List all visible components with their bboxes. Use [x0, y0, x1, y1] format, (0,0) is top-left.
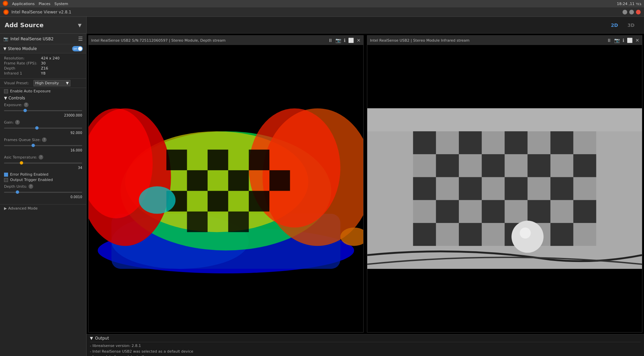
fullscreen-icon[interactable]: ⬜	[348, 38, 354, 43]
pause-icon[interactable]: ⏸	[328, 38, 333, 43]
ir-fullscreen-icon[interactable]: ⬜	[627, 38, 633, 43]
infrared-value: Y8	[41, 71, 46, 76]
ir-info-icon[interactable]: ℹ	[623, 38, 624, 43]
places-menu[interactable]: Places	[39, 2, 50, 6]
asic-temp-value: 34	[4, 166, 82, 170]
frames-queue-control: Frames Queue Size: ? 16.000	[4, 137, 82, 152]
minimize-button[interactable]	[623, 10, 627, 14]
frames-queue-thumb[interactable]	[32, 144, 35, 147]
preset-dropdown[interactable]: High Density ▼	[34, 80, 70, 86]
stereo-module-header[interactable]: ▼ Stereo Module on	[0, 44, 86, 53]
window-controls	[623, 10, 641, 14]
svg-rect-31	[482, 154, 504, 177]
fps-label: Frame Rate (FPS):	[4, 61, 41, 65]
svg-rect-28	[505, 131, 528, 154]
system-bar-right: 18:24 ,11 בנד	[617, 2, 641, 6]
add-source-label: Add Source	[5, 21, 44, 29]
ir-close-stream-icon[interactable]: ✕	[635, 38, 639, 43]
app-title: Intel RealSense Viewer v2.8.1	[11, 10, 71, 14]
top-toolbar: 2D 3D	[87, 17, 644, 34]
exposure-thumb[interactable]	[23, 109, 27, 112]
ir-pause-icon[interactable]: ⏸	[607, 38, 611, 43]
gain-label-row: Gain: ?	[4, 120, 82, 125]
svg-rect-42	[413, 223, 436, 246]
add-source-arrow[interactable]: ▼	[78, 23, 82, 28]
svg-rect-33	[573, 154, 596, 177]
depth-units-label: Depth Units:	[4, 184, 27, 189]
depth-units-thumb[interactable]	[16, 190, 19, 194]
depth-units-label-row: Depth Units: ?	[4, 184, 82, 189]
frames-queue-help[interactable]: ?	[42, 137, 47, 142]
close-stream-icon[interactable]: ✕	[357, 38, 361, 43]
output-line-2: - Intel RealSense USB2 was selected as a…	[90, 349, 641, 355]
output-lines: - librealsense version: 2.8.1 - Intel Re…	[90, 342, 641, 356]
stereo-module-toggle[interactable]: on	[72, 46, 83, 51]
depth-stream-content	[89, 45, 363, 332]
ir-camera-snap-icon[interactable]: 📷	[614, 38, 620, 43]
applications-menu[interactable]: Applications	[12, 2, 35, 6]
maximize-button[interactable]	[629, 10, 634, 14]
depth-label: Depth	[4, 66, 41, 71]
depth-stream-panel: Intel RealSense USB2 S/N:725112060597 | …	[88, 35, 364, 332]
gain-value: 92.000	[4, 131, 82, 135]
output-trigger-checkbox[interactable]	[4, 178, 8, 182]
depth-units-help[interactable]: ?	[29, 184, 33, 189]
svg-rect-11	[208, 149, 228, 170]
hamburger-menu[interactable]: ☰	[78, 36, 83, 42]
exposure-track	[4, 110, 82, 111]
preset-value: High Density	[35, 81, 59, 85]
output-panel: ▼ Output - librealsense version: 2.8.1 -…	[87, 334, 644, 356]
depth-visualization	[89, 45, 363, 332]
ir-stream-header: Intel RealSense USB2 | Stereo Module Inf…	[367, 36, 642, 45]
advanced-mode[interactable]: ▶ Advanced Mode	[0, 204, 86, 212]
output-header[interactable]: ▼ Output	[90, 335, 641, 342]
svg-rect-36	[505, 177, 528, 200]
output-title: Output	[95, 336, 109, 341]
info-icon[interactable]: ℹ	[344, 38, 345, 43]
exposure-label: Exposure:	[4, 103, 22, 107]
svg-point-22	[139, 186, 175, 214]
svg-rect-37	[550, 177, 573, 200]
exposure-slider[interactable]	[4, 108, 82, 113]
svg-rect-30	[436, 154, 459, 177]
advanced-mode-label: Advanced Mode	[8, 206, 38, 211]
ir-visualization	[367, 45, 642, 332]
depth-units-slider[interactable]	[4, 189, 82, 195]
svg-rect-40	[528, 200, 550, 223]
device-name-text: Intel RealSense USB2	[10, 37, 54, 41]
gain-slider[interactable]	[4, 125, 82, 131]
firefox-icon	[3, 1, 8, 7]
system-menu[interactable]: System	[54, 2, 68, 6]
auto-exposure-checkbox[interactable]	[4, 89, 8, 93]
sidebar: Add Source ▼ 📷 Intel RealSense USB2 ☰ ▼ …	[0, 17, 87, 356]
exposure-help[interactable]: ?	[24, 102, 29, 107]
add-source-bar[interactable]: Add Source ▼	[0, 17, 86, 34]
asic-temp-control: Asic Temperature: ? 34	[4, 155, 82, 170]
camera-snap-icon[interactable]: 📷	[335, 38, 341, 43]
resolution-row: Resolution: 424 x 240	[4, 56, 82, 60]
svg-rect-26	[413, 131, 436, 154]
depth-units-track	[4, 192, 82, 193]
svg-rect-38	[436, 200, 459, 223]
gain-label: Gain:	[4, 120, 14, 125]
asic-temp-slider[interactable]	[4, 160, 82, 166]
gain-thumb[interactable]	[35, 126, 39, 130]
auto-exposure-row: Enable Auto Exposure	[0, 88, 86, 94]
asic-temp-help[interactable]: ?	[39, 155, 43, 160]
output-trigger-label: Output Trigger Enabled	[10, 178, 53, 182]
infrared-label: Infrared 1	[4, 71, 41, 76]
frames-queue-label: Frames Queue Size:	[4, 138, 41, 142]
system-time: 18:24 ,11 בנד	[617, 2, 641, 6]
app-icon	[3, 9, 9, 15]
preset-arrow: ▼	[66, 81, 69, 85]
depth-value: Z16	[41, 66, 48, 71]
close-button[interactable]	[636, 10, 641, 14]
gain-help[interactable]: ?	[15, 120, 20, 125]
view-3d-button[interactable]: 3D	[625, 21, 637, 29]
asic-temp-thumb[interactable]	[20, 161, 23, 165]
error-polling-checkbox[interactable]	[4, 173, 8, 177]
frames-queue-slider[interactable]	[4, 143, 82, 148]
svg-rect-29	[550, 131, 573, 154]
controls-title[interactable]: ▼ Controls	[4, 96, 82, 100]
view-2d-button[interactable]: 2D	[608, 21, 621, 29]
